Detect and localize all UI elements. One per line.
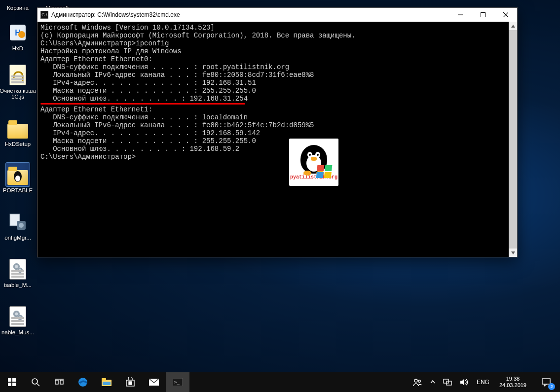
clock-date: 24.03.2019	[499, 382, 526, 389]
language-indicator[interactable]: ENG	[475, 372, 491, 392]
close-button[interactable]	[494, 8, 517, 22]
icon-label: onfigMgr...	[4, 235, 31, 241]
svg-rect-26	[103, 382, 111, 385]
svg-rect-25	[102, 378, 106, 381]
desktop-icon-ochistka[interactable]: Очистка кэша 1C.js	[0, 63, 37, 100]
cmd-line: Адаптер Ethernet Ethernet0:	[40, 55, 506, 63]
desktop-icon-nable-mus[interactable]: nable_Mus...	[0, 305, 37, 335]
svg-line-19	[37, 384, 39, 386]
svg-rect-14	[8, 378, 11, 382]
system-tray: ENG 19:38 24.03.2019 2	[411, 372, 560, 392]
cmd-window: C:\ Администратор: C:\Windows\system32\c…	[37, 7, 518, 257]
svg-point-4	[15, 176, 20, 181]
svg-marker-39	[460, 379, 464, 386]
icon-label: Корзина	[7, 5, 29, 11]
svg-rect-30	[129, 384, 130, 385]
svg-rect-31	[131, 384, 132, 385]
svg-marker-13	[511, 251, 515, 254]
svg-rect-17	[12, 383, 16, 386]
taskbar-edge[interactable]	[71, 372, 95, 392]
taskbar-store[interactable]	[118, 372, 142, 392]
cmd-line: Основной шлюз. . . . . . . . . : 192.168…	[40, 145, 506, 153]
cmd-line: Маска подсети . . . . . . . . . . : 255.…	[40, 137, 506, 145]
svg-rect-9	[481, 13, 485, 17]
taskbar-explorer[interactable]	[95, 372, 118, 392]
network-icon[interactable]	[441, 372, 454, 392]
volume-icon[interactable]	[458, 372, 471, 392]
taskbar-cmd[interactable]: >_	[166, 372, 189, 392]
desktop-icon-korzina[interactable]: Корзина	[0, 0, 37, 11]
cmd-line: Настройка протокола IP для Windows	[40, 47, 506, 55]
svg-text:>_: >_	[174, 380, 180, 385]
svg-rect-28	[129, 382, 130, 383]
people-icon[interactable]	[411, 372, 424, 392]
highlight-underline	[40, 103, 245, 105]
desktop-icon-hxdsetup[interactable]: HxDSetup	[0, 116, 37, 147]
cmd-line: Маска подсети . . . . . . . . . . : 255.…	[40, 87, 506, 95]
cmd-line: Локальный IPv6-адрес канала . . . : fe80…	[40, 71, 506, 79]
start-button[interactable]	[0, 372, 24, 392]
cmd-line: C:\Users\Администратор>	[40, 153, 506, 161]
svg-rect-21	[60, 380, 63, 384]
minimize-button[interactable]	[449, 8, 472, 22]
search-button[interactable]	[24, 372, 47, 392]
svg-rect-29	[131, 382, 132, 383]
clock-time: 19:38	[506, 376, 520, 382]
desktop-icon-disable-m[interactable]: isable_M...	[0, 257, 37, 288]
icon-label: PORTABLE	[3, 187, 33, 193]
svg-rect-40	[542, 379, 550, 384]
cmd-output[interactable]: Microsoft Windows [Version 10.0.17134.52…	[37, 22, 509, 257]
window-titlebar[interactable]: C:\ Администратор: C:\Windows\system32\c…	[37, 8, 517, 22]
desktop-icon-hxd[interactable]: H HxD	[0, 21, 37, 51]
icon-label: HxDSetup	[5, 141, 31, 147]
action-center-button[interactable]: 2	[534, 372, 558, 392]
notification-badge: 2	[548, 383, 555, 390]
svg-rect-20	[55, 380, 58, 384]
cmd-line: Локальный IPv6-адрес канала . . . : fe80…	[40, 121, 506, 129]
icon-label: HxD	[12, 45, 23, 51]
taskbar-mail[interactable]	[142, 372, 166, 392]
cmd-line: IPv4-адрес. . . . . . . . . . . . : 192.…	[40, 79, 506, 87]
svg-point-36	[418, 380, 420, 382]
cmd-line: (c) Корпорация Майкрософт (Microsoft Cor…	[40, 32, 506, 39]
windows-flag-icon	[316, 165, 333, 178]
cmd-icon: C:\	[40, 11, 48, 19]
svg-point-2	[18, 31, 25, 38]
cmd-line: DNS-суффикс подключения . . . . . : root…	[40, 63, 506, 71]
svg-rect-16	[8, 383, 11, 386]
cmd-line: IPv4-адрес. . . . . . . . . . . . : 192.…	[40, 129, 506, 137]
scrollbar-thumb[interactable]	[509, 22, 517, 257]
svg-point-7	[19, 223, 24, 228]
desktop-icon-configmgr[interactable]: onfigMgr...	[0, 210, 37, 241]
icon-label: Очистка кэша 1C.js	[0, 88, 37, 100]
cmd-line: Основной шлюз. . . . . . . . . : 192.168…	[40, 95, 506, 103]
vertical-scrollbar[interactable]	[509, 22, 517, 257]
taskbar: >_ ENG 19:38 24.03.2019 2	[0, 372, 560, 392]
cmd-line: Адаптер Ethernet Ethernet1:	[40, 106, 506, 113]
cmd-line: Microsoft Windows [Version 10.0.17134.52…	[40, 24, 506, 32]
clock[interactable]: 19:38 24.03.2019	[495, 376, 530, 389]
icon-label: nable_Mus...	[1, 329, 34, 335]
desktop-icon-portable[interactable]: PORTABLE	[0, 163, 37, 193]
maximize-button[interactable]	[472, 8, 494, 22]
window-title: Администратор: C:\Windows\system32\cmd.e…	[51, 11, 449, 18]
svg-point-35	[414, 379, 417, 382]
icon-label: isable_M...	[4, 282, 32, 288]
tray-expand-icon[interactable]	[428, 372, 437, 392]
watermark-logo: pyatilistnik.org	[289, 139, 338, 186]
scroll-down-icon[interactable]	[509, 249, 517, 257]
svg-point-18	[32, 379, 37, 384]
cmd-line: C:\Users\Администратор>ipconfig	[40, 39, 506, 47]
scroll-up-icon[interactable]	[509, 22, 517, 30]
svg-rect-15	[12, 378, 16, 382]
svg-marker-12	[511, 25, 515, 28]
cmd-line: DNS-суффикс подключения . . . . . : loca…	[40, 113, 506, 121]
task-view-button[interactable]	[47, 372, 71, 392]
